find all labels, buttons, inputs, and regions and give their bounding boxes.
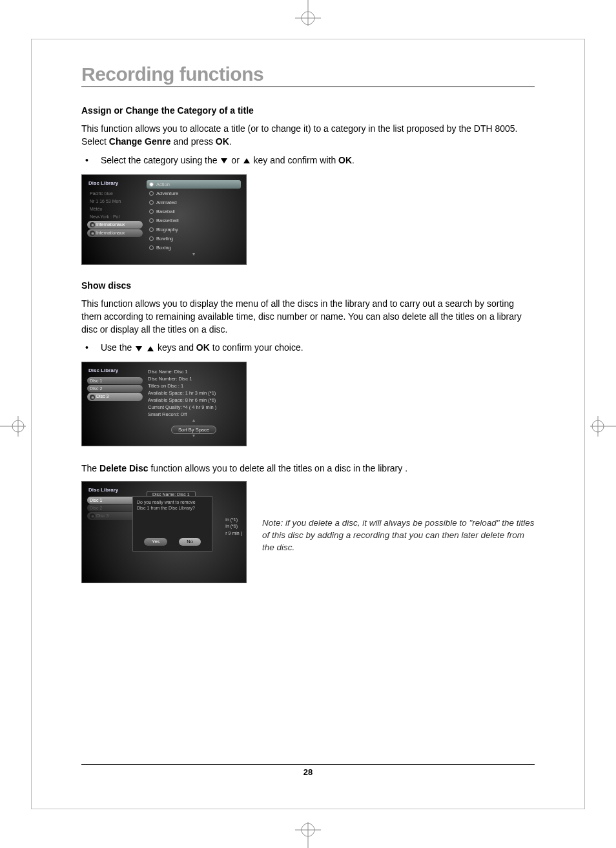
genre-option[interactable]: Animated bbox=[147, 198, 241, 207]
title-list-item[interactable]: ◉Internationaux bbox=[87, 221, 143, 229]
radio-icon bbox=[149, 200, 154, 205]
genre-label: Biography bbox=[156, 227, 178, 233]
text: Select the category using the bbox=[101, 155, 220, 165]
text: . bbox=[352, 155, 354, 165]
disc-info-line: Disc Name: Disc 1 bbox=[148, 369, 241, 376]
item-label: Disc 3 bbox=[96, 394, 108, 398]
disc-info-line: Disc Number: Disc 1 bbox=[148, 376, 241, 383]
radio-icon bbox=[149, 191, 154, 196]
crop-mark-bottom bbox=[289, 816, 327, 848]
up-arrow-icon bbox=[147, 346, 154, 351]
title-list-item[interactable]: ◉Internationaux bbox=[87, 229, 143, 237]
item-label: Internationaux bbox=[96, 222, 125, 227]
title-list-item[interactable]: New-York : Pol bbox=[87, 213, 143, 220]
text: . bbox=[229, 136, 232, 147]
text: and press bbox=[171, 136, 216, 147]
genre-option[interactable]: Bowling bbox=[147, 234, 241, 243]
panel-title: Disc Library bbox=[87, 180, 143, 186]
bullet-select-category: • Select the category using the or key a… bbox=[81, 155, 535, 165]
item-label: Internationaux bbox=[96, 231, 125, 235]
disc-icon: ◉ bbox=[90, 222, 95, 227]
para-assign-category: This function allows you to allocate a t… bbox=[81, 122, 535, 149]
radio-icon bbox=[149, 245, 154, 250]
page-content: Recording functions Assign or Change the… bbox=[81, 63, 535, 777]
text: The bbox=[81, 463, 99, 473]
scroll-down-icon: ▾ bbox=[147, 253, 241, 256]
para-delete-disc: The Delete Disc function allows you to d… bbox=[81, 462, 535, 475]
bold-ok: OK bbox=[196, 342, 210, 353]
disc-info-panel: Disc Name: Disc 1Disc Number: Disc 1Titl… bbox=[147, 367, 241, 418]
disc-icon: ◉ bbox=[90, 231, 95, 236]
disc-info-line: Available Space: 8 hr 6 min (*6) bbox=[148, 397, 241, 404]
yes-button[interactable]: Yes bbox=[144, 538, 167, 546]
confirm-dialog: Do you really want to remove Disc 1 from… bbox=[132, 496, 212, 552]
item-label: Météo bbox=[90, 207, 102, 211]
bullet-text: Use the keys and OK to confirm your choi… bbox=[101, 342, 535, 353]
title-list-item[interactable]: Nr 1 16 53 Mon bbox=[87, 198, 143, 205]
radio-icon bbox=[149, 209, 154, 214]
item-label: Nr 1 16 53 Mon bbox=[90, 199, 121, 203]
item-label: Disc 1 bbox=[90, 498, 102, 502]
text: or bbox=[231, 155, 241, 165]
disc-list-item[interactable]: Disc 2 bbox=[87, 385, 143, 392]
dialog-text-line: Disc 1 from the Disc Library? bbox=[137, 505, 208, 511]
text: keys and bbox=[158, 342, 196, 353]
disc-info-line: Titles on Disc : 1 bbox=[148, 383, 241, 390]
heading-assign-category: Assign or Change the Category of a title bbox=[81, 105, 535, 116]
item-label: Disc 1 bbox=[90, 378, 102, 383]
genre-label: Adventure bbox=[156, 191, 178, 196]
item-label: Disc 2 bbox=[90, 386, 102, 391]
no-button[interactable]: No bbox=[179, 538, 201, 546]
panel-title: Disc Library bbox=[87, 367, 143, 373]
radio-icon bbox=[149, 236, 154, 241]
bullet-icon: • bbox=[81, 155, 101, 165]
background-text-fragment: in (*1)in (*6)r 9 min ) bbox=[225, 517, 242, 537]
bold-ok: OK bbox=[338, 155, 352, 165]
disc-list-item[interactable]: ◉Disc 3 bbox=[87, 393, 143, 400]
bold-ok: OK bbox=[216, 136, 229, 147]
genre-label: Action bbox=[156, 181, 170, 187]
bullet-icon: • bbox=[81, 342, 101, 353]
fragment-line: r 9 min ) bbox=[225, 530, 242, 537]
down-arrow-icon bbox=[221, 158, 227, 163]
fragment-line: in (*1) bbox=[225, 517, 242, 524]
genre-option[interactable]: Boxing bbox=[147, 243, 241, 252]
text: Use the bbox=[101, 342, 134, 353]
genre-label: Animated bbox=[156, 200, 177, 205]
radio-icon bbox=[149, 182, 154, 187]
note-reload-disc: Note: if you delete a disc, it will alwa… bbox=[262, 481, 535, 554]
genre-label: Basketball bbox=[156, 218, 179, 223]
down-arrow-icon bbox=[136, 346, 142, 351]
para-show-discs: This function allows you to display the … bbox=[81, 297, 535, 336]
genre-label: Boxing bbox=[156, 245, 171, 251]
genre-option[interactable]: Basketball bbox=[147, 216, 241, 225]
radio-icon bbox=[149, 218, 154, 223]
disc-list-item[interactable]: Disc 1 bbox=[87, 377, 143, 384]
item-label: Pacific blue bbox=[90, 191, 113, 196]
screenshot-delete-disc: Disc Library Disc 1Disc 2◉Disc 3 Disc Na… bbox=[81, 481, 247, 583]
screenshot-disc-library: Disc Library Disc 1Disc 2◉Disc 3 Disc Na… bbox=[81, 362, 247, 446]
panel-title: Disc Library bbox=[87, 487, 143, 493]
heading-show-discs: Show discs bbox=[81, 280, 535, 291]
text: to confirm your choice. bbox=[210, 342, 303, 353]
title-list-item[interactable]: Pacific blue bbox=[87, 190, 143, 197]
text: function allows you to delete all the ti… bbox=[149, 463, 408, 473]
crop-mark-right bbox=[584, 413, 616, 439]
genre-option[interactable]: Adventure bbox=[147, 189, 241, 198]
up-arrow-icon bbox=[243, 158, 250, 163]
fragment-line: in (*6) bbox=[225, 523, 242, 530]
bold-delete-disc: Delete Disc bbox=[99, 463, 148, 473]
genre-option[interactable]: Baseball bbox=[147, 207, 241, 216]
disc-info-line: Available Space: 1 hr 3 min (*1) bbox=[148, 390, 241, 397]
genre-option[interactable]: Action bbox=[147, 180, 241, 189]
genre-option[interactable]: Biography bbox=[147, 225, 241, 234]
item-label: New-York : Pol bbox=[90, 214, 119, 219]
title-list-item[interactable]: Météo bbox=[87, 205, 143, 212]
item-label: Disc 3 bbox=[96, 513, 108, 518]
bullet-text: Select the category using the or key and… bbox=[101, 155, 535, 165]
dialog-text-line: Do you really want to remove bbox=[137, 499, 208, 505]
crop-mark-left bbox=[0, 413, 32, 439]
text: key and confirm with bbox=[254, 155, 339, 165]
item-label: Disc 2 bbox=[90, 506, 102, 510]
radio-icon bbox=[149, 227, 154, 232]
